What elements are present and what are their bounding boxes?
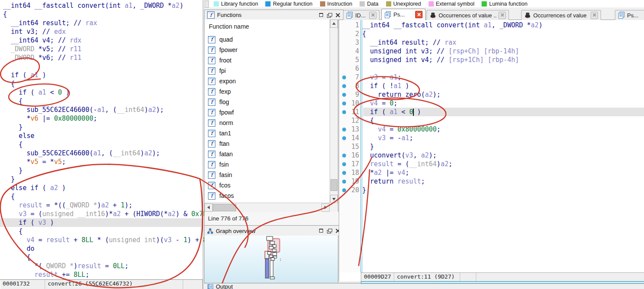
function-list-item[interactable]: ffasin: [205, 170, 330, 180]
document-tab-bar[interactable]: ID...Ps...Occurrences of value ...Occurr…: [339, 9, 644, 20]
function-list-item[interactable]: ffsin: [205, 159, 330, 170]
maximize-icon[interactable]: [318, 13, 324, 18]
code-line[interactable]: v3 = -a1;: [362, 134, 644, 142]
restore-icon[interactable]: [327, 13, 332, 18]
functions-window-titlebar[interactable]: f Functions: [204, 10, 343, 20]
code-line[interactable]: int v3; // edx: [3, 27, 206, 36]
code-line[interactable]: _DWORD *v5; // r11: [3, 45, 206, 53]
code-line[interactable]: __int64 __fastcall convert(int a1, _DWOR…: [3, 1, 206, 10]
code-line[interactable]: sub_55C62EC46600(-a1, (__int64)a2);: [3, 105, 206, 114]
graph-overview-canvas[interactable]: :: [204, 236, 338, 283]
code-line[interactable]: do: [3, 244, 206, 253]
tab-occurrences-of-value-[interactable]: Occurrences of value ...: [426, 10, 509, 20]
function-list-item[interactable]: ffatan: [205, 149, 330, 159]
tab-close-icon[interactable]: [415, 11, 423, 18]
function-list-item[interactable]: fexpon: [205, 76, 330, 86]
hscroll-thumb[interactable]: [213, 204, 236, 211]
code-line[interactable]: if ( a1 ): [3, 71, 206, 79]
output-panel-header[interactable]: Output: [204, 283, 644, 289]
code-line[interactable]: v3 = (unsigned __int16)*a2 + (HIWORD(*a2…: [3, 210, 206, 218]
code-line[interactable]: _DWORD *v6; // r11: [3, 53, 206, 62]
code-line[interactable]: return zero(a2);: [362, 90, 644, 99]
code-line[interactable]: __int64 v4; // rdx: [3, 36, 206, 45]
code-line[interactable]: if ( a1 < 0 ): [3, 88, 206, 97]
scroll-left-icon[interactable]: [205, 204, 213, 212]
tab-id-[interactable]: ID...: [343, 10, 380, 20]
code-line[interactable]: {: [3, 97, 206, 105]
tab-close-icon[interactable]: [591, 12, 598, 19]
code-line[interactable]: {: [362, 30, 644, 38]
code-line[interactable]: [3, 62, 206, 71]
code-line[interactable]: *v6 |= 0x80000000;: [3, 114, 206, 123]
code-line[interactable]: {: [3, 79, 206, 88]
code-line[interactable]: if ( a1 < 0 ): [362, 108, 644, 116]
code-line[interactable]: v4 = 0x80000000;: [362, 125, 644, 134]
function-list-item[interactable]: ffpowf: [205, 107, 330, 118]
code-line[interactable]: [362, 64, 644, 73]
tab-ps-[interactable]: Ps...: [615, 10, 644, 20]
code-line[interactable]: sub_55C62EC46600(a1, (__int64)a2);: [3, 149, 206, 158]
code-line[interactable]: return result;: [362, 177, 644, 186]
graph-overview-titlebar[interactable]: Graph overview: [204, 225, 343, 236]
code-line[interactable]: {: [3, 192, 206, 201]
code-line[interactable]: {: [3, 140, 206, 149]
code-line[interactable]: }: [3, 166, 206, 175]
code-line[interactable]: {: [362, 116, 644, 125]
code-line[interactable]: v4 = result + 8LL * (unsigned int)(v3 - …: [3, 236, 206, 244]
function-list-item[interactable]: fquad: [205, 34, 330, 45]
code-line[interactable]: unsigned int v3; // [rsp+Ch] [rbp-14h]: [362, 47, 644, 56]
vscroll-thumb[interactable]: [330, 179, 337, 191]
code-line[interactable]: {: [3, 253, 206, 262]
functions-vscrollbar[interactable]: [330, 20, 338, 203]
code-line[interactable]: __int64 result; // rax: [362, 38, 644, 47]
functions-list[interactable]: fquadffpowerffrootffpifexponffexpfflogff…: [205, 34, 330, 203]
pseudocode-pane-right[interactable]: 1__int64 __fastcall convert(int a1, _DWO…: [339, 20, 644, 273]
code-line[interactable]: unsigned int v4; // [rsp+1Ch] [rbp-4h]: [362, 56, 644, 64]
function-list-item[interactable]: fnorm: [205, 118, 330, 128]
code-line[interactable]: result += 8LL;: [3, 270, 206, 279]
code-line[interactable]: result = *((_QWORD *)a2 + 1);: [3, 201, 206, 210]
scroll-right-icon[interactable]: [321, 204, 330, 212]
tab-ps-[interactable]: Ps...: [381, 9, 426, 20]
code-line[interactable]: {: [3, 227, 206, 236]
code-line[interactable]: else: [3, 131, 206, 140]
code-line[interactable]: __int64 __fastcall convert(int a1, _DWOR…: [362, 21, 644, 30]
function-list-item[interactable]: ffpower: [205, 45, 330, 55]
code-line[interactable]: if ( v3 ): [3, 218, 206, 227]
maximize-icon[interactable]: [318, 228, 324, 233]
scroll-down-icon[interactable]: [330, 195, 338, 203]
function-list-item[interactable]: ffpi: [205, 66, 330, 76]
function-list-item[interactable]: ffroot: [205, 55, 330, 66]
function-list-item[interactable]: ffcos: [205, 180, 330, 190]
code-line[interactable]: result = (__int64)a2;: [362, 160, 644, 168]
code-line[interactable]: }: [362, 186, 644, 194]
functions-hscrollbar[interactable]: [205, 203, 338, 212]
code-line[interactable]: }: [3, 175, 206, 184]
code-line[interactable]: *a2 |= v4;: [362, 168, 644, 177]
code-line[interactable]: }: [3, 123, 206, 131]
restore-icon[interactable]: [327, 228, 332, 233]
code-line[interactable]: v4 = 0;: [362, 99, 644, 108]
pseudocode-pane-left[interactable]: __int64 __fastcall convert(int a1, _DWOR…: [0, 0, 203, 289]
function-list-item[interactable]: ftan1: [205, 128, 330, 138]
code-line[interactable]: else if ( a2 ): [3, 184, 206, 192]
function-list-item[interactable]: ffexp: [205, 86, 330, 97]
code-line[interactable]: *(_QWORD *)result = 0LL;: [3, 262, 206, 270]
scroll-up-icon[interactable]: [330, 20, 338, 28]
code-line[interactable]: v3 = a1;: [362, 73, 644, 82]
function-list-item[interactable]: fftan: [205, 138, 330, 149]
toolbar-grip[interactable]: [205, 0, 209, 8]
code-line[interactable]: if ( !a1 ): [362, 82, 644, 90]
function-list-item[interactable]: ffacos: [205, 190, 330, 201]
code-line[interactable]: }: [362, 142, 644, 151]
functions-window-body[interactable]: Function name fquadffpowerffrootffpifexp…: [204, 20, 338, 212]
pseudocode-left-code[interactable]: __int64 __fastcall convert(int a1, _DWOR…: [0, 1, 206, 279]
function-list-item[interactable]: fflog: [205, 97, 330, 107]
code-line[interactable]: {: [3, 10, 206, 19]
code-line[interactable]: __int64 result; // rax: [3, 19, 206, 27]
tab-close-icon[interactable]: [499, 12, 506, 19]
tab-close-icon[interactable]: [369, 12, 376, 19]
tab-occurrences-of-value-[interactable]: Occurrences of value ...: [521, 10, 601, 20]
code-line[interactable]: *v5 = *v5;: [3, 158, 206, 166]
code-line[interactable]: uconvert(v3, a2);: [362, 151, 644, 160]
